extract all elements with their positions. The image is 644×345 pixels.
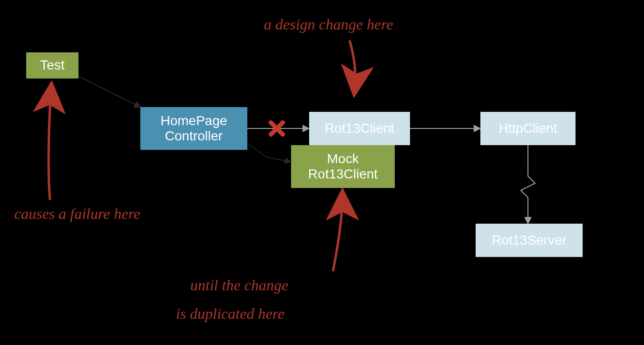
edge-controller-mock <box>247 143 290 162</box>
diagram-canvas: Test HomePage Controller Rot13Client Moc… <box>0 0 644 345</box>
annot-arrow-causes-failure <box>49 86 51 200</box>
annot-causes-failure: causes a failure here <box>14 205 140 223</box>
node-rot13client: Rot13Client <box>309 112 410 145</box>
edge-httpclient-rot13server <box>521 145 535 224</box>
node-mock: Mock Rot13Client <box>291 145 395 188</box>
annot-until-change-2: is duplicated here <box>176 305 284 323</box>
annot-design-change: a design change here <box>264 15 393 33</box>
node-mock-label: Mock Rot13Client <box>308 151 378 182</box>
node-rot13client-label: Rot13Client <box>325 121 394 136</box>
node-rot13server: Rot13Server <box>476 224 583 257</box>
annot-arrow-until-change <box>333 193 342 271</box>
node-test-label: Test <box>40 58 64 73</box>
node-controller: HomePage Controller <box>140 107 247 150</box>
node-test: Test <box>26 52 78 79</box>
broken-edge-icon <box>266 118 287 139</box>
edge-test-controller <box>78 76 140 107</box>
annot-arrow-design-change <box>350 40 355 93</box>
node-rot13server-label: Rot13Server <box>492 233 566 248</box>
node-httpclient: HttpClient <box>480 112 576 145</box>
node-httpclient-label: HttpClient <box>499 121 557 136</box>
annot-until-change-1: until the change <box>190 276 288 294</box>
node-controller-label: HomePage Controller <box>160 113 227 144</box>
